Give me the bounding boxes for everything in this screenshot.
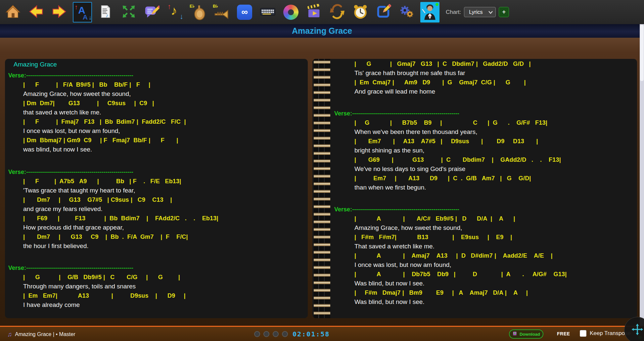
lyric-line: I once was lost, but now am found,: [8, 126, 308, 136]
music-note-icon: ♫: [7, 331, 12, 338]
toolbar: ↑ A A ↓ ♪: [0, 0, 644, 24]
title-bar: Amazing Grace: [0, 24, 644, 38]
chord-line: | G | G/B Db9#5 | C C/G | G |: [8, 273, 308, 282]
keyboard-icon: [260, 4, 276, 21]
vertical-scrollbar[interactable]: [640, 24, 644, 326]
chart-select-value: Lyrics: [469, 9, 483, 15]
left-page: Amazing Grace Verse:--------------------…: [5, 59, 308, 318]
move-arrows-icon: [631, 323, 644, 337]
verse-section: Verse:----------------------------------…: [8, 263, 308, 310]
toolbar-bb-instrument-button[interactable]: B♭: [212, 2, 231, 22]
plan-badge: FREE: [557, 331, 570, 336]
song-title: Amazing Grace: [8, 60, 308, 69]
toolbar-timer-button[interactable]: [351, 2, 370, 22]
indicator-dot[interactable]: [263, 331, 269, 337]
verse-section: Verse:----------------------------------…: [8, 71, 308, 154]
verse-header: Verse:----------------------------------…: [8, 167, 308, 177]
keep-transpose-group: Keep Transpose: [580, 330, 631, 337]
indicator-dots: [254, 331, 288, 337]
circle-of-fifths-icon: [283, 5, 299, 20]
chart-document-icon: ♪: [98, 4, 113, 20]
chord-line: | Em7 | A13 D9 | C . G/B Am7 | G G/D|: [334, 174, 634, 183]
chord-line: | F#m Dmaj7 | Bm9 E9 | A Amaj7 D/A | A |: [334, 288, 634, 297]
chevron-down-icon: [488, 9, 493, 15]
verse-section: Verse:----------------------------------…: [334, 205, 634, 307]
font-size-icon: ↑ A A ↓: [74, 4, 91, 21]
lyric-line: the hour I first believed.: [8, 241, 308, 251]
chord-line: | F | F/A B9#5 | Bb Bb/F | F |: [8, 80, 308, 89]
sync-icon: [330, 4, 345, 20]
toolbar-media-button[interactable]: [304, 2, 324, 22]
right-page-content: | G | Gmaj7 G13 | C Dbdim7 | Gadd2/D G/D…: [334, 59, 634, 307]
lyric-line: that saved a wretch like me.: [8, 108, 308, 117]
transpose-icon: ↑ ♪ ↓: [167, 4, 183, 21]
content-area: Amazing Grace Verse:--------------------…: [0, 38, 644, 326]
clef-glyph: ♪: [171, 4, 177, 18]
toolbar-lyrics-edit-button[interactable]: [142, 2, 161, 22]
fullscreen-icon: [121, 4, 136, 20]
indicator-dot[interactable]: [282, 331, 288, 337]
chord-line: | Dm7 | G13 G7#5 | C9sus | C9 C13 |: [8, 195, 308, 204]
toolbar-eb-instrument-button[interactable]: E♭: [189, 2, 208, 22]
download-button[interactable]: Download: [509, 329, 543, 339]
toolbar-chart-document-button[interactable]: ♪: [96, 2, 115, 22]
settings-gears-icon: [399, 4, 414, 20]
lyrics-edit-icon: [144, 4, 160, 20]
keep-transpose-checkbox[interactable]: [580, 330, 586, 337]
add-chart-button[interactable]: +: [499, 7, 509, 17]
indicator-dot[interactable]: [254, 331, 260, 337]
indicator-dot[interactable]: [273, 331, 279, 337]
toolbar-circle-of-fifths-button[interactable]: [281, 2, 300, 22]
chord-line: | Em7 | A13 A7#5 | D9sus | D9 D13 |: [334, 137, 634, 146]
toolbar-back-button[interactable]: [26, 2, 46, 22]
chord-line: | G69 | G13 | C Dbdim7 | GAdd2/D . . F13…: [334, 155, 634, 164]
toolbar-keyboard-button[interactable]: [258, 2, 277, 22]
toolbar-transpose-button[interactable]: ↑ ♪ ↓: [165, 2, 185, 22]
lyric-line: and grace my fears relieved.: [8, 204, 308, 214]
back-arrow-icon: [28, 4, 44, 20]
lyric-line: bright shining as the sun,: [334, 146, 634, 155]
lyric-line: 'Twas grace that taught my heart to fear…: [8, 186, 308, 195]
alarm-clock-icon: [353, 4, 368, 20]
up-arrow-icon: ↑: [74, 3, 78, 11]
toolbar-home-button[interactable]: [3, 2, 23, 22]
chart-select[interactable]: Lyrics: [464, 7, 496, 17]
down-arrow-icon: ↓: [180, 12, 183, 21]
verse-section: Verse:----------------------------------…: [334, 109, 634, 192]
maestro-icon: [422, 3, 438, 21]
infinity-glyph: ∞: [241, 7, 248, 17]
toolbar-font-size-button[interactable]: ↑ A A ↓: [73, 2, 92, 22]
lyric-line: was blind, but now I see.: [8, 145, 308, 154]
verse-header: Verse:----------------------------------…: [8, 263, 308, 273]
meta-icon: ∞: [237, 5, 252, 20]
toolbar-edit-button[interactable]: [374, 2, 393, 22]
lyric-line: And grace will lead me home: [334, 87, 634, 96]
verse-section: | G | Gmaj7 G13 | C Dbdim7 | Gadd2/D G/D…: [334, 59, 634, 96]
lyric-line: Tis' grace hath brought me safe thus far: [334, 68, 634, 78]
chord-line: | Dm7 | G13 C9 | Bb . F/A Gm7 | F F/C|: [8, 232, 308, 241]
chord-line: | F | Fmaj7 F13 | Bb Bdim7 | Fadd2/C F/C…: [8, 117, 308, 126]
lyric-line: Was blind, but now I see.: [334, 297, 634, 307]
verse-section: Verse:----------------------------------…: [8, 167, 308, 251]
bb-instrument-icon: B♭: [213, 4, 230, 21]
download-label: Download: [520, 332, 540, 337]
toolbar-meta-button[interactable]: ∞: [235, 2, 254, 22]
forward-arrow-icon: [52, 4, 67, 20]
font-letter-small: A: [83, 13, 88, 21]
chord-line: | Dm Dm7| G13 | C9sus | C9 |: [8, 99, 308, 108]
chart-selector-group: Chart: Lyrics +: [446, 7, 509, 17]
toolbar-forward-button[interactable]: [50, 2, 69, 22]
toolbar-maestro-button[interactable]: [420, 2, 439, 22]
scrollbar-thumb[interactable]: [640, 25, 644, 81]
home-icon: [5, 4, 21, 20]
toolbar-sync-button[interactable]: [328, 2, 347, 22]
chord-line: | A | Db7b5 Db9 | D | A . A/G# G13|: [334, 270, 634, 279]
lyric-line: I once was lost, but now am found,: [334, 260, 634, 270]
toolbar-fullscreen-button[interactable]: [119, 2, 138, 22]
chord-line: | Em Em7| A13 | D9sus | D9 |: [8, 291, 308, 300]
lyric-line: Amazing Grace, how sweet the sound,: [8, 89, 308, 99]
chord-line: | A | A/C# Eb9#5 | D D/A | A |: [334, 214, 634, 223]
toolbar-settings-button[interactable]: [397, 2, 416, 22]
svg-text:♪: ♪: [106, 13, 108, 18]
eb-instrument-icon: E♭: [190, 4, 207, 21]
